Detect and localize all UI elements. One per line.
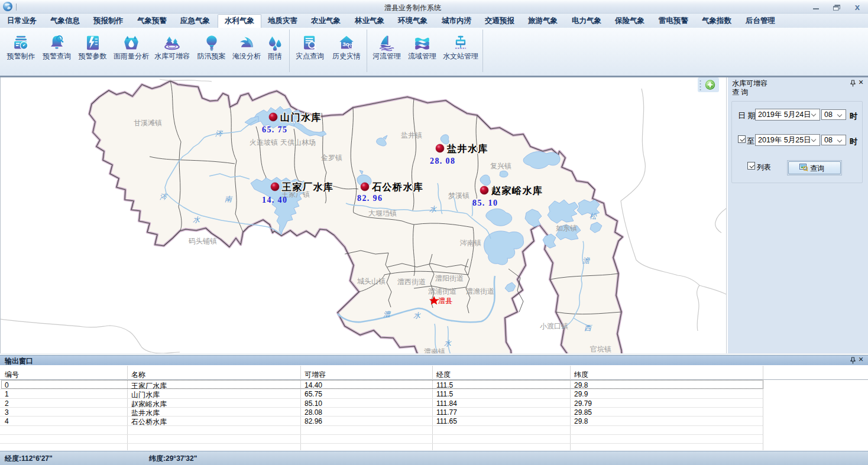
svg-text:水: 水: [444, 339, 452, 347]
svg-text:澧浦街道: 澧浦街道: [428, 287, 456, 295]
svg-text:松: 松: [590, 212, 597, 220]
svg-text:14. 40: 14. 40: [262, 196, 287, 204]
svg-text:水: 水: [413, 311, 421, 320]
svg-text:甘溪滩镇: 甘溪滩镇: [134, 119, 162, 127]
svg-text:82. 96: 82. 96: [357, 194, 383, 203]
svg-text:大堰垱镇: 大堰垱镇: [368, 209, 397, 217]
svg-text:如东镇: 如东镇: [556, 224, 577, 232]
svg-text:盐井水库: 盐井水库: [446, 143, 488, 154]
svg-text:火连坡镇: 火连坡镇: [250, 138, 278, 147]
svg-text:南: 南: [225, 195, 233, 203]
svg-text:澧: 澧: [383, 310, 391, 318]
svg-text:山门水库: 山门水库: [280, 112, 322, 122]
svg-text:天供山林场: 天供山林场: [280, 138, 316, 147]
svg-text:涔: 涔: [160, 193, 167, 201]
svg-text:石公桥水库: 石公桥水库: [371, 181, 424, 192]
svg-text:梦溪镇: 梦溪镇: [448, 191, 469, 200]
svg-text:复兴镇: 复兴镇: [490, 162, 511, 170]
svg-text:金罗镇: 金罗镇: [320, 154, 342, 162]
svg-text:澧县: 澧县: [438, 297, 452, 305]
svg-text:澧西街道: 澧西街道: [397, 278, 426, 286]
svg-text:王家厂水库: 王家厂水库: [281, 181, 334, 192]
svg-text:官垸镇: 官垸镇: [590, 345, 611, 353]
svg-text:小渡口镇: 小渡口镇: [540, 322, 568, 330]
svg-text:85. 10: 85. 10: [472, 199, 498, 207]
svg-text:28. 08: 28. 08: [430, 157, 455, 165]
svg-text:澧澹街道: 澧澹街道: [466, 287, 494, 295]
svg-text:澧阳街道: 澧阳街道: [435, 274, 464, 282]
svg-text:盐井镇: 盐井镇: [401, 131, 422, 139]
svg-text:涔: 涔: [215, 129, 223, 138]
svg-text:澧南镇: 澧南镇: [424, 347, 445, 353]
svg-text:澹: 澹: [582, 256, 591, 265]
svg-text:水: 水: [193, 216, 200, 224]
svg-text:西: 西: [584, 324, 592, 332]
svg-text:城头山镇: 城头山镇: [357, 277, 386, 285]
svg-text:涔南镇: 涔南镇: [459, 239, 481, 247]
svg-text:赵家峪水库: 赵家峪水库: [491, 185, 543, 196]
svg-text:码头铺镇: 码头铺镇: [189, 237, 217, 245]
svg-text:65. 75: 65. 75: [262, 125, 287, 134]
svg-text:水: 水: [429, 205, 437, 213]
